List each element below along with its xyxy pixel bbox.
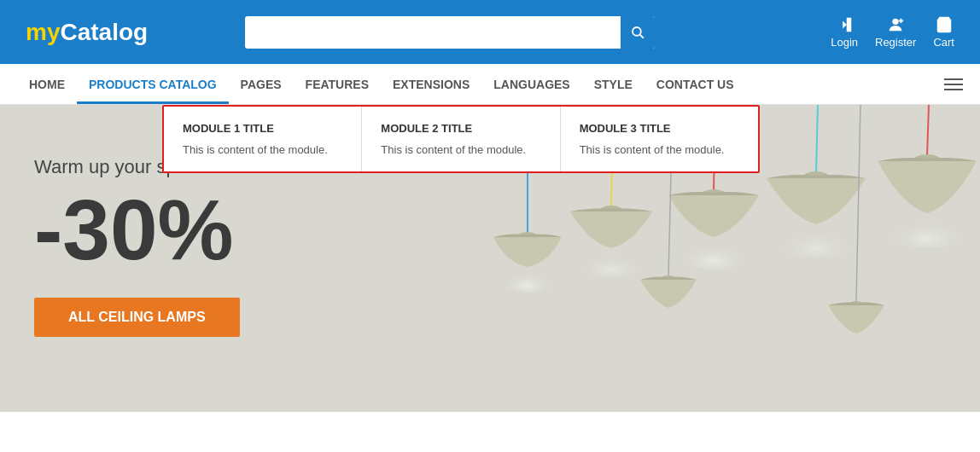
dropdown-col-3-title: MODULE 3 TITLE [580,122,739,135]
dropdown-col-2-content: This is content of the module. [381,143,540,156]
svg-point-2 [893,19,899,25]
main-nav: HOME PRODUCTS CATALOG PAGES FEATURES EXT… [0,64,980,105]
search-input[interactable] [245,16,655,49]
cart-icon [935,15,954,34]
search-icon [630,25,645,40]
hero-cta-button[interactable]: ALL CEILING LAMPS [34,298,240,337]
search-bar [245,16,655,49]
nav-item-pages[interactable]: PAGES [229,64,294,104]
nav-item-contact-us[interactable]: CONTACT US [645,64,746,104]
hamburger-menu[interactable] [944,78,963,90]
svg-point-20 [874,200,980,248]
nav-item-style[interactable]: STYLE [582,64,645,104]
header-actions: Login Register Cart [831,15,954,49]
svg-line-15 [816,105,818,173]
svg-line-1 [639,34,643,38]
nav-item-extensions[interactable]: EXTENSIONS [381,64,481,104]
dropdown-col-1: MODULE 1 TITLE This is content of the mo… [164,107,362,171]
dropdown-col-1-content: This is content of the module. [183,143,342,156]
dropdown-col-2: MODULE 2 TITLE This is content of the mo… [362,107,560,171]
login-icon [835,15,854,34]
svg-line-23 [856,105,860,301]
register-label: Register [875,36,916,49]
search-button[interactable] [621,16,655,49]
svg-point-11 [569,240,654,277]
svg-point-14 [667,227,761,269]
logo-my: my [26,19,60,45]
logo-catalog: Catalog [60,19,148,45]
dropdown-col-3: MODULE 3 TITLE This is content of the mo… [561,107,758,171]
nav-item-features[interactable]: FEATURES [294,64,381,104]
login-action[interactable]: Login [831,15,858,49]
hamburger-line-1 [944,78,963,80]
nav-items: HOME PRODUCTS CATALOG PAGES FEATURES EXT… [17,64,944,104]
svg-point-8 [493,258,562,293]
site-logo[interactable]: myCatalog [26,19,148,46]
nav-item-products-catalog[interactable]: PRODUCTS CATALOG [77,64,229,104]
hero-text-area: Warm up your space -30% ALL CEILING LAMP… [34,156,240,337]
products-catalog-dropdown: MODULE 1 TITLE This is content of the mo… [162,105,760,173]
hamburger-line-3 [944,89,963,90]
dropdown-col-1-title: MODULE 1 TITLE [183,122,342,135]
hero-discount: -30% [34,187,240,272]
nav-item-languages[interactable]: LANGUAGES [481,64,581,104]
svg-point-17 [765,212,867,258]
cart-label: Cart [933,36,954,49]
login-label: Login [831,36,858,49]
nav-item-home[interactable]: HOME [17,64,77,104]
hamburger-line-2 [944,84,963,85]
register-action[interactable]: Register [875,15,916,49]
svg-line-18 [927,105,929,156]
site-header: myCatalog Login Register [0,0,980,64]
svg-point-0 [633,27,641,36]
dropdown-col-3-content: This is content of the module. [580,143,739,156]
dropdown-col-2-title: MODULE 2 TITLE [381,122,540,135]
cart-action[interactable]: Cart [933,15,954,49]
register-icon [886,15,905,34]
